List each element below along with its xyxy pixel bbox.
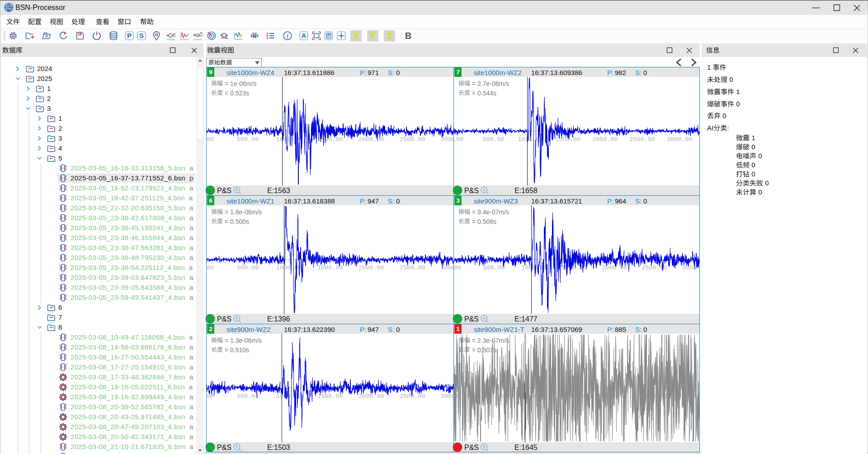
svg-text:1: 1 <box>736 88 740 95</box>
svg-text:i: i <box>287 33 288 39</box>
svg-text:0: 0 <box>729 76 733 83</box>
svg-text:S: S <box>139 32 144 39</box>
svg-text:0: 0 <box>758 188 762 196</box>
svg-text:0: 0 <box>765 179 769 187</box>
svg-text::: : <box>727 124 729 132</box>
svg-text:1: 1 <box>707 63 711 71</box>
svg-text:0: 0 <box>758 152 762 160</box>
svg-text:P: P <box>127 32 132 39</box>
svg-text:0: 0 <box>736 100 740 108</box>
svg-text:AI: AI <box>707 124 713 132</box>
svg-text:A: A <box>302 32 307 39</box>
svg-text:0: 0 <box>722 112 726 119</box>
